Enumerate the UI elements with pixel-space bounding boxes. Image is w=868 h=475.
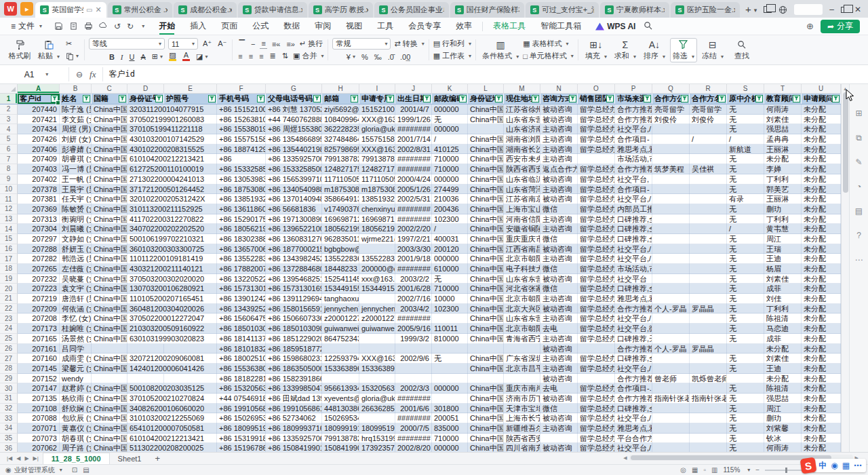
cell[interactable]: China中国 <box>468 104 504 115</box>
row-number[interactable]: 15 <box>0 234 18 244</box>
cell[interactable]: 吕同学 <box>60 344 92 354</box>
cell[interactable]: 刘素佳 <box>764 354 802 364</box>
layout-break-icon[interactable]: ▥ <box>711 466 717 474</box>
cell[interactable]: 无 <box>727 234 764 244</box>
row-number[interactable]: 18 <box>0 264 18 274</box>
cell[interactable]: +86 1335925706 <box>266 434 322 444</box>
cell[interactable]: 微信 <box>540 284 578 294</box>
cell[interactable]: 无 <box>727 104 764 115</box>
cell[interactable]: 117110505 <box>322 174 359 185</box>
cell[interactable]: ######## <box>395 164 432 174</box>
cell[interactable]: 留学总经办 <box>578 104 615 115</box>
cell[interactable]: 207208 <box>18 314 60 324</box>
cell[interactable]: 无 <box>727 214 764 225</box>
globe-icon[interactable] <box>778 5 787 14</box>
cell[interactable]: 无 <box>727 443 764 452</box>
cell[interactable]: 口碑推荐,全 <box>615 214 652 225</box>
cell[interactable]: 无 <box>727 354 764 364</box>
cell[interactable]: 未分配 <box>764 154 802 164</box>
cell[interactable]: 138519326 <box>359 194 395 204</box>
cell[interactable]: 151521001 <box>359 104 395 115</box>
cell[interactable]: China中国 <box>468 134 504 145</box>
cell[interactable]: China中国 <box>468 274 504 284</box>
cell[interactable] <box>690 214 727 225</box>
filter-dropdown-icon[interactable] <box>718 95 726 102</box>
cell[interactable]: China中国 <box>92 413 127 423</box>
sogou-logo-icon[interactable]: S <box>800 457 817 474</box>
cell[interactable] <box>652 413 690 423</box>
cell[interactable] <box>690 314 727 324</box>
cell[interactable]: 留学总经办 <box>578 443 615 452</box>
cell[interactable]: 社交平台,/ <box>615 244 652 254</box>
cell[interactable]: m1875308 <box>322 185 359 195</box>
cell[interactable]: 主动咨询 <box>540 185 578 195</box>
properties-icon[interactable]: ⊞ <box>855 109 862 118</box>
search-icon[interactable] <box>644 21 652 32</box>
cell[interactable]: 无 <box>727 364 764 374</box>
align-left-icon[interactable]: ≡ <box>237 51 243 61</box>
sheet-tab-active[interactable]: 11_28_5_1000 <box>43 453 110 464</box>
layout-page-icon[interactable]: ▫ <box>703 466 706 474</box>
shapes-icon[interactable]: ◔ <box>856 182 861 191</box>
header-cell[interactable]: 申请顾问 <box>802 94 841 104</box>
cell[interactable]: 亮哥留学 <box>690 104 727 115</box>
cell[interactable]: 杨欣雨 (女 <box>60 394 92 404</box>
cell[interactable]: 未分配 <box>802 284 841 294</box>
cell[interactable]: China中国 <box>468 244 504 254</box>
cell[interactable]: 王迪 <box>764 364 802 374</box>
next-sheet-icon[interactable]: ▶ <box>24 455 28 461</box>
cell[interactable]: +86 周煜155380 <box>266 124 322 134</box>
align-top-icon[interactable]: ▔ <box>238 39 246 49</box>
cell[interactable]: 被动咨询 <box>540 274 578 284</box>
cell[interactable]: 北京市昌平 <box>504 364 540 374</box>
cell[interactable] <box>690 334 727 344</box>
cell[interactable]: China中国 <box>468 404 504 414</box>
cell[interactable]: 180562199 <box>359 224 395 234</box>
cell[interactable]: 无 <box>432 354 468 364</box>
cell[interactable]: +44 07546918 <box>217 394 266 404</box>
close-tab-icon[interactable]: ✕ <box>95 5 101 14</box>
cell[interactable]: 丁利利 <box>764 174 802 185</box>
column-letter-K[interactable]: K <box>432 84 468 93</box>
zoom-out-button[interactable]: − <box>755 466 760 474</box>
filter-dropdown-icon[interactable] <box>532 95 539 102</box>
cell[interactable]: ######## <box>395 413 432 423</box>
cell[interactable]: 207378 <box>18 185 60 195</box>
cell[interactable] <box>690 354 727 364</box>
cell[interactable] <box>578 374 615 384</box>
cell[interactable] <box>652 294 690 304</box>
row-number[interactable]: 16 <box>0 244 18 254</box>
system-tab[interactable]: ◉ 业财管理系统 ▾ <box>5 466 62 475</box>
cell[interactable] <box>127 374 164 384</box>
cell[interactable]: 无 <box>727 404 764 414</box>
cell[interactable]: 胡春琪 (女 <box>60 434 92 444</box>
cell[interactable]: China中国 <box>468 284 504 294</box>
cell[interactable]: China中国 <box>468 383 504 394</box>
cell[interactable]: 内部员工推 <box>615 204 652 214</box>
cell[interactable]: 340702200202202520 <box>127 224 164 234</box>
cell[interactable]: 社交平台,/ <box>615 364 652 374</box>
cell[interactable]: 未分配 <box>802 124 841 134</box>
cell[interactable]: China中国 <box>92 264 127 274</box>
ime-voice-icon[interactable]: ◉ <box>831 461 837 470</box>
cell[interactable]: China中国 <box>468 254 504 264</box>
cell[interactable]: 市场活动,市 <box>615 154 652 164</box>
cell[interactable]: 留学总经办 <box>578 413 615 423</box>
file-tab[interactable]: S成都公积金.xlsx <box>174 2 237 18</box>
cell[interactable]: China中国 <box>468 194 504 204</box>
cell[interactable]: 被动咨询 <box>540 374 578 384</box>
cell[interactable]: 1997/2/21 <box>395 234 432 244</box>
cell[interactable]: 包欣辰 (女 <box>60 413 92 423</box>
worksheet-button[interactable]: ▦工作表▾ <box>433 51 471 61</box>
cell[interactable]: 207313 <box>18 214 60 225</box>
cell[interactable]: / <box>432 134 468 145</box>
cell[interactable]: +44 7460762888 <box>266 115 322 125</box>
board-icon[interactable]: ⊡ <box>72 466 77 474</box>
wps-logo-icon[interactable]: W <box>4 2 17 16</box>
cell[interactable]: China中国 <box>92 354 127 364</box>
cell[interactable]: 310103200212255069 <box>127 413 164 423</box>
file-tab[interactable]: S公务员国企事业单... <box>374 2 449 18</box>
cell[interactable]: 山东省东营 <box>504 314 540 324</box>
cell[interactable]: 未分配 <box>802 145 841 155</box>
cell[interactable]: 362228235 <box>322 124 359 134</box>
